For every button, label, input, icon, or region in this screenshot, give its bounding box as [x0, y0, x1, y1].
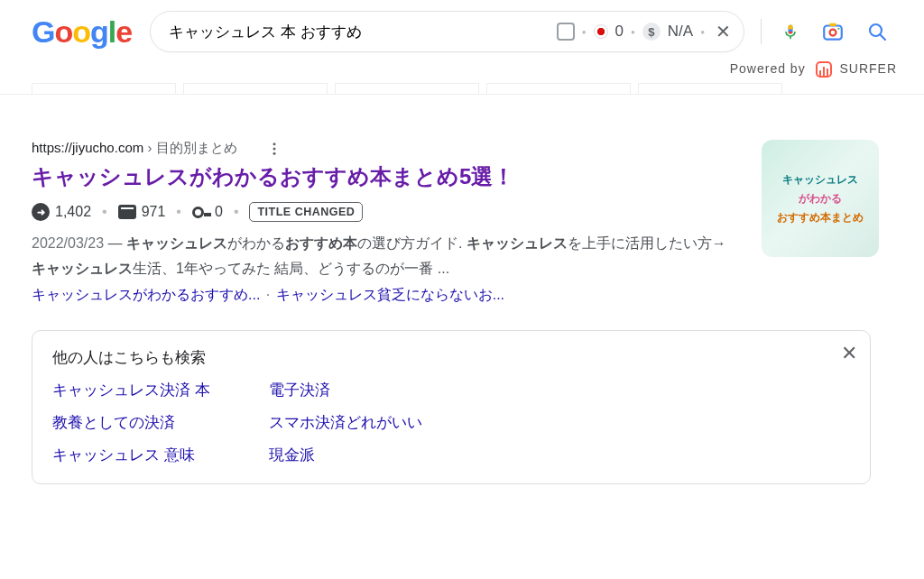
surfer-select-checkbox[interactable]: [557, 23, 575, 41]
svg-point-8: [273, 152, 275, 155]
google-logo[interactable]: Google: [32, 14, 132, 50]
snippet-text: がわかる: [227, 235, 285, 251]
svg-rect-2: [829, 23, 836, 26]
powered-by-label: Powered by: [730, 61, 806, 76]
metric-value: 0: [215, 204, 223, 220]
sitelink-sep: ·: [266, 287, 270, 302]
tab-stub[interactable]: [32, 83, 176, 94]
pas-link[interactable]: 教養としての決済: [52, 413, 260, 433]
snippet-sep: —: [104, 235, 126, 251]
people-also-search: ✕ 他の人はこちらも検索 キャッシュレス決済 本 電子決済 教養としての決済 ス…: [32, 330, 871, 484]
search-button-icon[interactable]: [866, 21, 888, 42]
surfer-metrics: ➜ 1,402 • 971 • 0 • TITLE CHANGED: [32, 202, 884, 231]
metric-value: 971: [142, 204, 166, 220]
result-title: キャッシュレスがわかるおすすめ本まとめ5選！: [32, 157, 884, 202]
separator-dot: ●: [582, 28, 587, 36]
url-path[interactable]: › 目的別まとめ: [143, 140, 236, 155]
snippet-date: 2022/03/23: [32, 235, 104, 251]
result-thumbnail[interactable]: キャッシュレス がわかる おすすめ本まとめ: [762, 140, 879, 257]
sitelink[interactable]: キャッシュレスがわかるおすすめ...: [32, 287, 264, 302]
thumb-line: おすすめ本まとめ: [772, 209, 869, 226]
japan-flag-icon: [594, 24, 608, 39]
voice-search-icon[interactable]: [781, 21, 799, 42]
keywords-icon: [192, 207, 204, 218]
metric-value: 1,402: [55, 204, 91, 220]
close-icon[interactable]: ✕: [841, 344, 857, 363]
tab-stub[interactable]: [335, 83, 479, 94]
result-url: https://jiyucho.com › 目的別まとめ: [32, 140, 884, 157]
surfer-logo-icon: [816, 61, 832, 78]
snippet-text: の選び方ガイド.: [357, 235, 467, 251]
dollar-icon: $: [642, 23, 661, 41]
url-host[interactable]: https://jiyucho.com: [32, 140, 143, 155]
thumb-line: がわかる: [793, 190, 847, 207]
svg-point-6: [273, 142, 275, 145]
search-pill: ● 0 ● $ N/A ● ✕: [150, 11, 744, 52]
tab-stub[interactable]: [638, 83, 782, 94]
result-title-link[interactable]: キャッシュレスがわかるおすすめ本まとめ5選！: [32, 164, 514, 188]
separator-dot: •: [176, 204, 181, 220]
pas-links: キャッシュレス決済 本 電子決済 教養としての決済 スマホ決済どれがいい キャッ…: [52, 381, 850, 465]
words-icon: [118, 205, 136, 219]
surfer-brand: SURFER: [839, 61, 897, 76]
svg-line-5: [881, 35, 886, 41]
metric-words: 971: [118, 204, 166, 220]
separator-dot: ●: [631, 28, 635, 36]
tab-stub[interactable]: [183, 83, 328, 94]
tab-stub[interactable]: [486, 83, 631, 94]
snippet-bold: キャッシュレス: [32, 261, 133, 276]
search-input[interactable]: [169, 23, 556, 41]
traffic-icon: ➜: [32, 203, 50, 221]
svg-point-3: [837, 28, 839, 30]
search-result: キャッシュレス がわかる おすすめ本まとめ https://jiyucho.co…: [32, 140, 884, 484]
search-bar: ● 0 ● $ N/A ● ✕: [150, 11, 906, 52]
surfer-cpc: N/A: [668, 23, 693, 41]
header: Google ● 0 ● $ N/A ● ✕: [0, 0, 924, 58]
pas-link[interactable]: 電子決済: [269, 381, 850, 400]
result-sitelinks: キャッシュレスがわかるおすすめ... · キャッシュレス貧乏にならないお...: [32, 280, 884, 305]
snippet-text: を上手に活用したい方→: [568, 235, 726, 251]
search-results: キャッシュレス がわかる おすすめ本まとめ https://jiyucho.co…: [0, 95, 884, 484]
svg-point-1: [830, 30, 836, 36]
surfer-position: 0: [615, 23, 624, 41]
pas-heading: 他の人はこちらも検索: [52, 347, 850, 381]
snippet-text: 生活、1年やってみた 結局、どうするのが一番 ...: [133, 261, 449, 276]
title-changed-badge: TITLE CHANGED: [249, 202, 363, 222]
pas-link[interactable]: 現金派: [269, 446, 850, 465]
thumb-line: キャッシュレス: [777, 171, 864, 188]
separator-dot: •: [102, 204, 107, 220]
separator-dot: •: [234, 204, 239, 220]
image-search-icon[interactable]: [821, 20, 845, 43]
separator-dot: ●: [700, 28, 705, 36]
search-tools: [772, 20, 906, 43]
pas-link[interactable]: スマホ決済どれがいい: [269, 413, 850, 433]
metric-traffic: ➜ 1,402: [32, 203, 91, 221]
svg-point-7: [273, 148, 275, 151]
sitelink[interactable]: キャッシュレス貧乏にならないお...: [276, 287, 504, 302]
powered-by-surfer: Powered by SURFER: [0, 58, 924, 83]
snippet-bold: キャッシュレス: [467, 235, 568, 251]
snippet-bold: キャッシュレス: [126, 235, 227, 251]
surfer-stats: ● 0 ● $ N/A ● ✕: [557, 21, 735, 42]
pas-link[interactable]: キャッシュレス 意味: [52, 446, 260, 465]
result-menu-icon[interactable]: [266, 141, 282, 157]
clear-icon[interactable]: ✕: [712, 21, 735, 42]
separator: [761, 19, 762, 44]
metric-keywords: 0: [192, 204, 223, 220]
snippet-bold: おすすめ本: [285, 235, 357, 251]
filter-tabs: [0, 83, 924, 95]
result-snippet: 2022/03/23 — キャッシュレスがわかるおすすめ本の選び方ガイド. キャ…: [32, 231, 735, 280]
pas-link[interactable]: キャッシュレス決済 本: [52, 381, 260, 400]
